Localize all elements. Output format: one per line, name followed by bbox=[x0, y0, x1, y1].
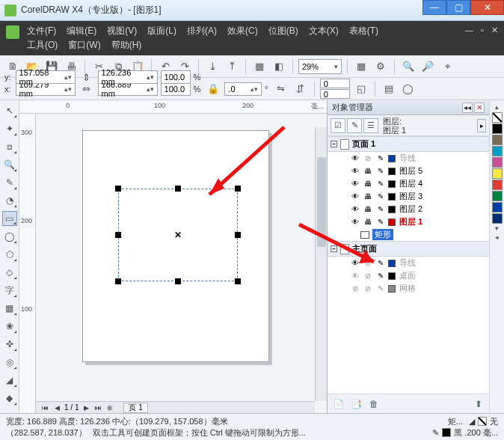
visibility-icon[interactable]: ⊘ bbox=[350, 284, 360, 294]
color-swatch[interactable] bbox=[492, 191, 503, 201]
lock-icon[interactable]: 🔒 bbox=[205, 81, 221, 97]
y-field[interactable]: 157.058 mm▴▾ bbox=[16, 70, 76, 84]
layer-color-swatch[interactable] bbox=[388, 180, 396, 188]
menu-layout[interactable]: 版面(L) bbox=[147, 25, 176, 37]
layer-color-swatch[interactable] bbox=[388, 285, 396, 293]
palette-up-button[interactable]: ▴ bbox=[495, 103, 499, 112]
edit-across-button[interactable]: ✎ bbox=[347, 118, 362, 133]
layer-manager-button[interactable]: ☰ bbox=[363, 118, 378, 133]
resize-handle-tm[interactable] bbox=[175, 186, 181, 192]
shape-tool[interactable]: ✦ bbox=[2, 121, 17, 136]
interactive-fill-tool[interactable]: ◆ bbox=[2, 391, 17, 406]
visibility-icon[interactable]: 👁 bbox=[350, 217, 360, 227]
zoom-page-button[interactable]: ⌖ bbox=[439, 58, 455, 75]
print-icon[interactable]: ⊘ bbox=[363, 258, 373, 269]
docker-titlebar[interactable]: 对象管理器 ◂◂ ✕ bbox=[328, 100, 489, 115]
print-icon[interactable]: 🖶 bbox=[363, 204, 373, 215]
zoom-tool[interactable]: 🔍 bbox=[2, 157, 17, 172]
collapse-icon[interactable]: − bbox=[331, 245, 337, 252]
mdi-minimize[interactable]: — bbox=[465, 25, 473, 35]
mdi-close[interactable]: ✕ bbox=[491, 25, 498, 35]
options-button[interactable]: ⚙ bbox=[372, 58, 389, 75]
visibility-icon[interactable]: 👁 bbox=[350, 153, 360, 164]
resize-handle-br[interactable] bbox=[235, 278, 241, 284]
delete-layer-button[interactable]: 🗑 bbox=[366, 397, 381, 412]
color-swatch[interactable] bbox=[492, 202, 503, 213]
layer-color-swatch[interactable] bbox=[388, 206, 396, 213]
print-icon[interactable]: ⊘ bbox=[363, 271, 373, 281]
menu-file[interactable]: 文件(F) bbox=[27, 25, 56, 37]
layer-row[interactable]: 👁🖶✎图层 4 bbox=[328, 177, 489, 190]
zoom-in-button[interactable]: 🔍 bbox=[400, 58, 417, 75]
text-tool[interactable]: 字 bbox=[2, 283, 17, 298]
to-curve-button[interactable]: ◯ bbox=[400, 81, 417, 97]
layer-row[interactable]: 👁⊘✎导线 bbox=[328, 257, 489, 269]
h-field[interactable]: 126.236 mm▴▾ bbox=[98, 70, 158, 84]
maximize-button[interactable]: ▢ bbox=[446, 0, 470, 15]
freehand-tool[interactable]: ✎ bbox=[2, 175, 17, 190]
canvas[interactable]: ✕ bbox=[36, 114, 327, 413]
first-page-button[interactable]: ⏮ bbox=[40, 403, 49, 412]
resize-handle-tl[interactable] bbox=[115, 186, 121, 192]
layer-row[interactable]: 👁⊘✎导线 bbox=[328, 152, 489, 165]
color-swatch[interactable] bbox=[492, 157, 503, 168]
menu-edit[interactable]: 编辑(E) bbox=[67, 25, 96, 37]
polygon-tool[interactable]: ⬠ bbox=[2, 247, 17, 262]
snap-button[interactable]: ▦ bbox=[353, 58, 369, 75]
app-launcher-button[interactable]: ▦ bbox=[251, 58, 268, 75]
menu-bitmap[interactable]: 位图(B) bbox=[268, 25, 298, 37]
edit-icon[interactable]: ✎ bbox=[375, 217, 386, 227]
color-swatch[interactable] bbox=[492, 146, 503, 156]
color-swatch[interactable] bbox=[492, 168, 503, 179]
selected-rectangle[interactable]: ✕ bbox=[118, 189, 238, 281]
print-icon[interactable]: 🖶 bbox=[363, 217, 373, 227]
object-tree[interactable]: − 页面 1 👁⊘✎导线 👁🖶✎图层 5 👁🖶✎图层 4 👁🖶✎图层 3 👁🖶✎… bbox=[328, 136, 489, 394]
resize-handle-ml[interactable] bbox=[115, 232, 121, 238]
lock-ratio-v-icon[interactable]: ⇕ bbox=[79, 69, 95, 85]
visibility-icon[interactable]: 👁 bbox=[350, 204, 360, 215]
collapse-icon[interactable]: − bbox=[331, 141, 337, 147]
edit-icon[interactable]: ✎ bbox=[375, 204, 386, 215]
layer-row[interactable]: 👁🖶✎图层 2 bbox=[328, 203, 489, 216]
resize-handle-mr[interactable] bbox=[235, 232, 241, 238]
print-icon[interactable]: 🖶 bbox=[363, 192, 373, 202]
close-button[interactable]: ✕ bbox=[470, 0, 504, 15]
palette-flyout-button[interactable]: ◂ bbox=[495, 233, 499, 242]
resize-handle-bm[interactable] bbox=[175, 278, 181, 284]
menu-arrange[interactable]: 排列(A) bbox=[187, 25, 217, 37]
menu-effects[interactable]: 效果(C) bbox=[227, 25, 258, 37]
smart-fill-tool[interactable]: ◔ bbox=[2, 193, 17, 208]
layer-row[interactable]: 👁🖶✎图层 3 bbox=[328, 190, 489, 203]
docker-flyout-button[interactable]: ▸ bbox=[477, 119, 486, 132]
mdi-restore[interactable]: ▫ bbox=[481, 25, 484, 35]
interactive-tool[interactable]: ❀ bbox=[2, 319, 17, 334]
ruler-horizontal[interactable]: 0 100 200 毫... bbox=[19, 100, 327, 114]
wrap-button[interactable]: ▤ bbox=[381, 81, 397, 97]
fill-tool[interactable]: ◢ bbox=[2, 373, 17, 388]
layer-row[interactable]: 👁🖶✎图层 5 bbox=[328, 165, 489, 177]
last-page-button[interactable]: ⏭ bbox=[93, 403, 102, 412]
color-swatch[interactable] bbox=[492, 213, 503, 224]
sy-field[interactable]: 100.0 bbox=[161, 70, 191, 84]
outline-tool[interactable]: ◎ bbox=[2, 355, 17, 370]
master-page-header[interactable]: − 主页面 bbox=[328, 241, 489, 257]
minimize-button[interactable]: — bbox=[422, 0, 446, 15]
print-icon[interactable]: 🖶 bbox=[363, 166, 373, 177]
menu-table[interactable]: 表格(T) bbox=[349, 25, 378, 37]
resize-handle-bl[interactable] bbox=[115, 278, 121, 284]
ruler-vertical[interactable]: 300 200 100 bbox=[19, 114, 36, 413]
edit-icon[interactable]: ✎ bbox=[375, 192, 386, 202]
pick-tool[interactable]: ↖ bbox=[2, 103, 17, 118]
crop-tool[interactable]: ⧈ bbox=[2, 139, 17, 154]
page-tab[interactable]: 页 1 bbox=[123, 403, 147, 413]
edit-icon[interactable]: ✎ bbox=[375, 271, 386, 281]
layer-color-swatch[interactable] bbox=[388, 155, 396, 162]
zoom-field[interactable]: 29% ▾ bbox=[298, 59, 342, 74]
rectangle-tool[interactable]: ▭ bbox=[2, 211, 17, 226]
edit-icon[interactable]: ✎ bbox=[375, 166, 386, 177]
visibility-icon[interactable]: 👁 bbox=[350, 271, 360, 281]
layer-color-swatch[interactable] bbox=[388, 272, 396, 280]
menu-tools[interactable]: 工具(O) bbox=[27, 39, 58, 52]
layer-color-swatch[interactable] bbox=[388, 219, 396, 226]
print-icon[interactable]: 🖶 bbox=[363, 179, 373, 189]
